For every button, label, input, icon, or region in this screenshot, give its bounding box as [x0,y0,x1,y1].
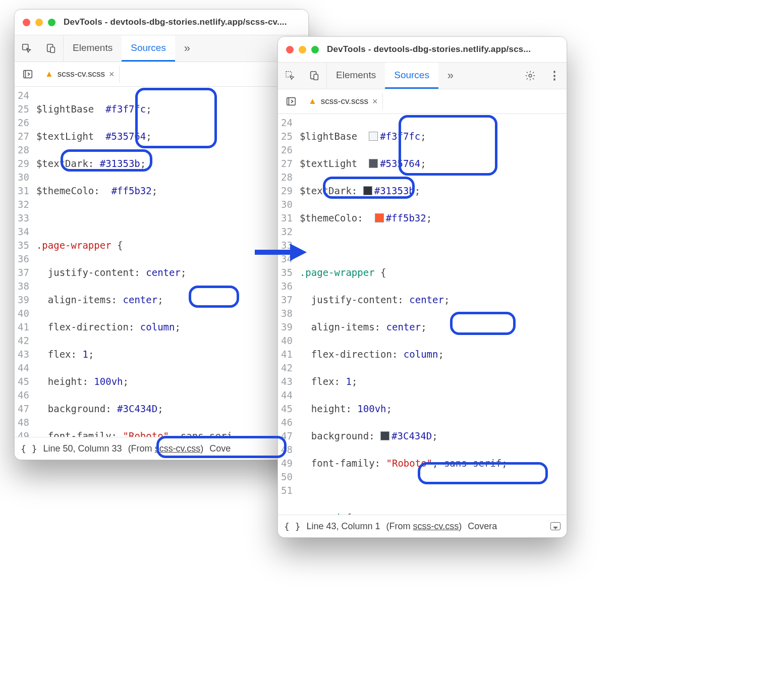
minimize-icon[interactable] [35,19,43,26]
close-tab-icon[interactable]: × [109,69,115,80]
tab-sources[interactable]: Sources [122,35,175,62]
tab-elements[interactable]: Elements [64,35,122,62]
close-tab-icon[interactable]: × [372,96,378,107]
titlebar[interactable]: DevTools - devtools-dbg-stories.netlify.… [278,37,567,63]
device-toolbar-icon[interactable] [302,63,326,89]
devtools-window-left: DevTools - devtools-dbg-stories.netlify.… [14,9,309,460]
close-icon[interactable] [286,46,294,53]
file-tab[interactable]: ▲ scss-cv.scss × [40,66,120,83]
close-icon[interactable] [23,19,30,26]
svg-rect-2 [50,47,54,52]
window-controls [286,46,319,53]
zoom-icon[interactable] [48,19,55,26]
more-tabs-icon[interactable]: » [438,63,463,89]
sources-toolbar: ▲ scss-cv.scss × [15,62,308,87]
cursor-position: Line 50, Column 33 [43,443,122,454]
device-toolbar-icon[interactable] [39,35,63,62]
color-swatch-icon[interactable] [363,186,372,195]
panel-tabs: Elements Sources » [15,35,308,62]
code-content[interactable]: $lightBase #f3f7fc; $textLight #535764; … [298,114,567,515]
devtools-window-right: DevTools - devtools-dbg-stories.netlify.… [277,36,567,538]
color-swatch-icon[interactable] [375,213,384,222]
window-controls [23,19,55,26]
drawer-toggle-icon[interactable] [550,522,561,530]
file-tab[interactable]: ▲ scss-cv.scss × [303,93,383,110]
gutter: 2425262728293031323334353637383940414243… [15,87,34,437]
sources-toolbar: ▲ scss-cv.scss × [278,89,567,114]
svg-rect-4 [286,72,292,77]
status-bar: { } Line 43, Column 1 (From scss-cv.css)… [278,515,567,537]
warning-icon: ▲ [308,96,317,106]
svg-rect-6 [314,74,318,80]
zoom-icon[interactable] [311,46,319,53]
tab-elements[interactable]: Elements [327,63,385,89]
kebab-menu-icon[interactable]: ⋮ [542,63,567,89]
inspect-element-icon[interactable] [15,35,39,62]
titlebar[interactable]: DevTools - devtools-dbg-stories.netlify.… [15,10,308,35]
svg-point-7 [529,74,532,77]
gutter: 2425262728293031323334353637383940414243… [278,114,298,515]
panel-tabs: Elements Sources » ⋮ [278,63,567,89]
navigator-toggle-icon[interactable] [18,64,38,84]
warning-icon: ▲ [45,69,53,79]
window-title: DevTools - devtools-dbg-stories.netlify.… [327,44,531,54]
color-swatch-icon[interactable] [369,159,378,168]
file-name: scss-cv.scss [321,96,368,106]
code-editor[interactable]: 2425262728293031323334353637383940414243… [278,114,567,515]
status-bar: { } Line 50, Column 33 (From scss-cv.css… [15,437,308,460]
minimize-icon[interactable] [299,46,306,53]
color-swatch-icon[interactable] [369,132,378,141]
settings-icon[interactable] [518,63,542,89]
cursor-position: Line 43, Column 1 [307,521,380,532]
tab-sources[interactable]: Sources [385,63,438,89]
coverage-label: Covera [468,521,497,532]
coverage-label: Cove [209,443,231,454]
source-map-info[interactable]: (From scss-cv.css) [128,443,204,454]
file-name: scss-cv.scss [58,69,105,79]
color-swatch-icon[interactable] [380,431,389,440]
source-map-info[interactable]: (From scss-cv.css) [386,521,462,532]
inspect-element-icon[interactable] [278,63,302,89]
more-tabs-icon[interactable]: » [175,35,199,62]
svg-marker-10 [290,244,307,261]
navigator-toggle-icon[interactable] [281,91,301,111]
arrow-icon [252,240,308,265]
pretty-print-icon[interactable]: { } [284,521,301,532]
pretty-print-icon[interactable]: { } [21,443,37,454]
svg-rect-8 [287,98,296,105]
window-title: DevTools - devtools-dbg-stories.netlify.… [64,17,287,27]
svg-rect-3 [24,71,32,78]
